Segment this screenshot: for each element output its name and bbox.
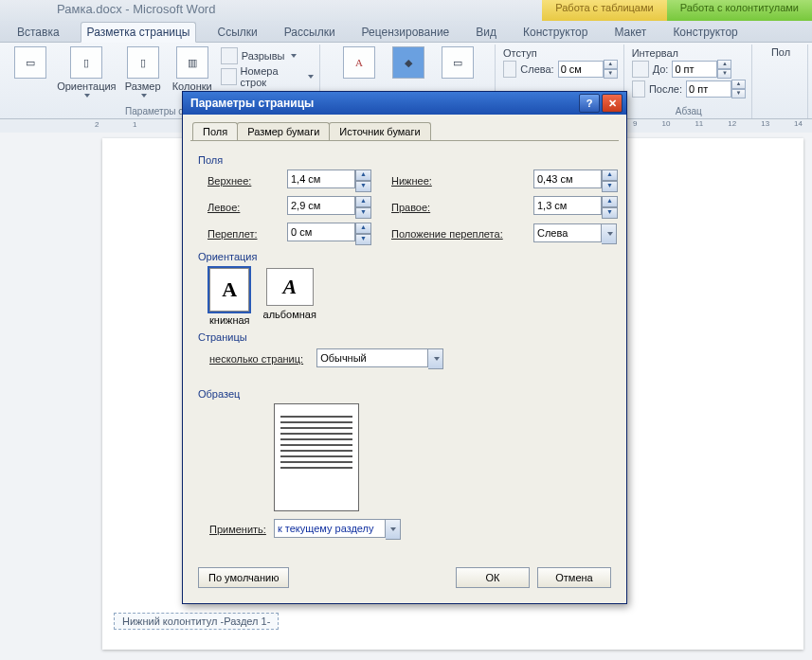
indent-left-spinner[interactable]: ▲▼ <box>558 60 618 79</box>
margin-top-spinner[interactable]: ▲▼ <box>287 169 382 192</box>
dialog-title: Параметры страницы <box>190 97 314 110</box>
group-more: Пол <box>754 45 808 118</box>
columns-icon: ▥ <box>176 46 208 79</box>
label-gutter-pos: Положение переплета: <box>391 228 524 240</box>
gutter-position-combo[interactable] <box>533 223 628 244</box>
tab-mailings[interactable]: Рассылки <box>279 23 341 42</box>
tab-paper-size[interactable]: Размер бумаги <box>237 122 330 140</box>
label-gutter: Переплет: <box>208 228 278 240</box>
breaks-button[interactable]: Разрывы <box>221 47 314 64</box>
margins-icon: ▭ <box>14 46 46 79</box>
tab-review[interactable]: Рецензирование <box>356 23 456 42</box>
page-color-icon: ◆ <box>392 46 424 79</box>
orientation-icon: ▯ <box>70 46 102 79</box>
section-orientation: Ориентация <box>198 251 611 262</box>
chevron-down-icon <box>141 94 147 98</box>
indent-left-icon <box>503 61 516 78</box>
tab-constructor-tables[interactable]: Конструктор <box>517 23 593 42</box>
watermark-icon: A <box>343 46 375 79</box>
line-numbers-icon <box>221 68 237 85</box>
chevron-down-icon <box>291 54 297 58</box>
orientation-landscape[interactable]: A альбомная <box>263 268 316 326</box>
close-button[interactable]: ✕ <box>602 94 623 113</box>
interval-label: Интервал <box>632 47 746 59</box>
page-preview <box>274 403 359 511</box>
orientation-portrait[interactable]: A книжная <box>209 268 250 326</box>
label-apply: Применить: <box>209 524 266 535</box>
default-button[interactable]: По умолчанию <box>198 567 289 588</box>
spacing-before-spinner[interactable]: ▲▼ <box>672 60 731 79</box>
size-icon: ▯ <box>127 46 159 79</box>
label-top: Верхнее: <box>208 175 278 187</box>
landscape-icon: A <box>266 268 314 306</box>
orientation-button[interactable]: ▯ Ориентация <box>59 46 115 98</box>
tab-page-layout[interactable]: Разметка страницы <box>81 22 197 43</box>
tab-margins[interactable]: Поля <box>192 122 238 140</box>
page-borders-button[interactable]: ▭ <box>437 46 478 79</box>
chevron-down-icon[interactable] <box>602 223 617 244</box>
line-numbers-button[interactable]: Номера строк <box>221 65 314 88</box>
label-multi-pages: несколько страниц: <box>209 353 303 365</box>
spacing-after-spinner[interactable]: ▲▼ <box>686 80 746 98</box>
tab-view[interactable]: Вид <box>470 23 502 42</box>
app-name: Microsoft Word <box>133 2 215 16</box>
chevron-down-icon <box>308 75 314 79</box>
section-preview: Образец <box>198 388 611 400</box>
breaks-icon <box>221 47 238 64</box>
ok-button[interactable]: ОК <box>456 567 530 588</box>
label-right: Правое: <box>391 202 524 213</box>
tab-insert[interactable]: Вставка <box>11 23 65 42</box>
page-borders-icon: ▭ <box>442 46 474 79</box>
page-setup-dialog: Параметры страницы ? ✕ Поля Размер бумаг… <box>182 91 627 604</box>
chevron-down-icon <box>84 94 90 98</box>
columns-button[interactable]: ▥ Колонки <box>171 46 213 92</box>
contextual-tab-headers[interactable]: Работа с колонтитулами <box>667 0 812 21</box>
page-color-button[interactable]: ◆ <box>388 46 429 79</box>
chevron-down-icon[interactable] <box>428 348 443 369</box>
tab-layout[interactable]: Макет <box>608 23 652 42</box>
help-button[interactable]: ? <box>579 94 600 113</box>
footer-section-tag[interactable]: Нижний колонтитул -Раздел 1- <box>114 613 279 630</box>
dialog-titlebar[interactable]: Параметры страницы ? ✕ <box>183 92 626 115</box>
group-caption-paragraph: Абзац <box>676 104 702 116</box>
spacing-after-icon <box>632 80 645 98</box>
label-bottom: Нижнее: <box>391 175 524 187</box>
tab-paper-source[interactable]: Источник бумаги <box>329 122 430 140</box>
margin-bottom-spinner[interactable]: ▲▼ <box>533 169 628 192</box>
section-margins: Поля <box>198 154 611 166</box>
label-left: Левое: <box>208 202 278 213</box>
margin-right-spinner[interactable]: ▲▼ <box>533 196 628 219</box>
margin-left-spinner[interactable]: ▲▼ <box>287 196 382 219</box>
tab-constructor-headers[interactable]: Конструктор <box>667 23 743 42</box>
tab-references[interactable]: Ссылки <box>211 23 262 42</box>
indent-label: Отступ <box>503 47 618 59</box>
more-button[interactable]: Пол <box>760 46 802 58</box>
section-pages: Страницы <box>198 331 611 343</box>
multi-pages-combo[interactable] <box>316 348 443 369</box>
size-button[interactable]: ▯ Размер <box>122 46 164 98</box>
contextual-tab-tables[interactable]: Работа с таблицами <box>542 0 666 21</box>
chevron-down-icon[interactable] <box>386 519 401 540</box>
margins-button[interactable]: ▭ <box>9 46 51 80</box>
contextual-tabs: Работа с таблицами Работа с колонтитулам… <box>542 0 812 21</box>
group-interval: Интервал До: ▲▼ После: ▲▼ Абзац <box>626 45 752 118</box>
watermark-button[interactable]: A <box>338 46 380 79</box>
cancel-button[interactable]: Отмена <box>537 567 611 588</box>
document-filename: Рамка.docx <box>57 2 122 16</box>
portrait-icon: A <box>209 268 249 312</box>
spacing-before-icon <box>632 61 649 78</box>
gutter-spinner[interactable]: ▲▼ <box>287 223 382 245</box>
ribbon-tabs: Вставка Разметка страницы Ссылки Рассылк… <box>0 21 812 43</box>
apply-to-combo[interactable] <box>274 519 401 540</box>
